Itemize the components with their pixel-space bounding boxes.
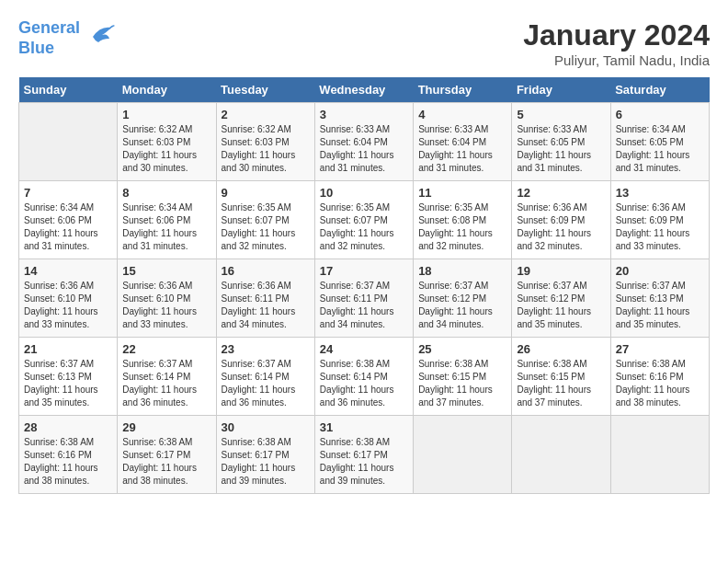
day-cell: 27Sunrise: 6:38 AM Sunset: 6:16 PM Dayli…: [610, 338, 709, 416]
day-number: 10: [320, 186, 408, 200]
day-cell: 11Sunrise: 6:35 AM Sunset: 6:08 PM Dayli…: [414, 181, 512, 259]
main-title: January 2024: [523, 18, 710, 52]
week-row-4: 21Sunrise: 6:37 AM Sunset: 6:13 PM Dayli…: [19, 338, 710, 416]
day-cell: 17Sunrise: 6:37 AM Sunset: 6:11 PM Dayli…: [314, 259, 413, 338]
header-cell-tuesday: Tuesday: [216, 77, 314, 103]
day-number: 3: [320, 108, 408, 121]
week-row-5: 28Sunrise: 6:38 AM Sunset: 6:16 PM Dayli…: [19, 416, 710, 494]
day-info: Sunrise: 6:36 AM Sunset: 6:10 PM Dayligh…: [24, 280, 112, 331]
day-cell: 31Sunrise: 6:38 AM Sunset: 6:17 PM Dayli…: [314, 416, 413, 494]
day-number: 27: [616, 342, 704, 356]
day-number: 19: [517, 264, 605, 278]
day-cell: 29Sunrise: 6:38 AM Sunset: 6:17 PM Dayli…: [118, 416, 216, 494]
day-info: Sunrise: 6:35 AM Sunset: 6:07 PM Dayligh…: [320, 201, 408, 253]
header-cell-thursday: Thursday: [414, 77, 512, 103]
day-info: Sunrise: 6:38 AM Sunset: 6:15 PM Dayligh…: [517, 358, 605, 409]
day-cell: 1Sunrise: 6:32 AM Sunset: 6:03 PM Daylig…: [118, 103, 216, 181]
day-info: Sunrise: 6:37 AM Sunset: 6:12 PM Dayligh…: [418, 280, 506, 331]
day-number: 28: [24, 420, 112, 434]
day-info: Sunrise: 6:37 AM Sunset: 6:13 PM Dayligh…: [616, 280, 704, 331]
day-info: Sunrise: 6:36 AM Sunset: 6:09 PM Dayligh…: [517, 201, 605, 253]
day-number: 31: [320, 420, 408, 434]
day-info: Sunrise: 6:36 AM Sunset: 6:09 PM Dayligh…: [616, 201, 704, 253]
header-cell-saturday: Saturday: [610, 77, 709, 103]
day-cell: 10Sunrise: 6:35 AM Sunset: 6:07 PM Dayli…: [314, 181, 413, 259]
logo-line2: Blue: [18, 39, 54, 57]
day-info: Sunrise: 6:38 AM Sunset: 6:16 PM Dayligh…: [24, 436, 112, 488]
day-number: 29: [122, 420, 210, 434]
day-cell: 25Sunrise: 6:38 AM Sunset: 6:15 PM Dayli…: [414, 338, 512, 416]
day-info: Sunrise: 6:34 AM Sunset: 6:05 PM Dayligh…: [616, 123, 704, 175]
day-cell: 19Sunrise: 6:37 AM Sunset: 6:12 PM Dayli…: [512, 259, 610, 338]
day-number: 9: [222, 186, 310, 200]
day-number: 5: [517, 108, 605, 121]
day-info: Sunrise: 6:33 AM Sunset: 6:05 PM Dayligh…: [517, 123, 605, 175]
day-info: Sunrise: 6:38 AM Sunset: 6:17 PM Dayligh…: [222, 436, 310, 488]
day-number: 11: [418, 186, 506, 200]
calendar-table: SundayMondayTuesdayWednesdayThursdayFrid…: [18, 77, 710, 494]
day-cell: 21Sunrise: 6:37 AM Sunset: 6:13 PM Dayli…: [19, 338, 118, 416]
day-info: Sunrise: 6:37 AM Sunset: 6:14 PM Dayligh…: [222, 358, 310, 409]
day-cell: 4Sunrise: 6:33 AM Sunset: 6:04 PM Daylig…: [414, 103, 512, 181]
day-cell: 15Sunrise: 6:36 AM Sunset: 6:10 PM Dayli…: [118, 259, 216, 338]
day-cell: 30Sunrise: 6:38 AM Sunset: 6:17 PM Dayli…: [216, 416, 314, 494]
day-number: 6: [616, 108, 704, 121]
day-info: Sunrise: 6:37 AM Sunset: 6:11 PM Dayligh…: [320, 280, 408, 331]
day-info: Sunrise: 6:35 AM Sunset: 6:07 PM Dayligh…: [222, 201, 310, 253]
header-cell-sunday: Sunday: [19, 77, 118, 103]
day-cell: 12Sunrise: 6:36 AM Sunset: 6:09 PM Dayli…: [512, 181, 610, 259]
day-number: 16: [222, 264, 310, 278]
day-number: 20: [616, 264, 704, 278]
day-number: 21: [24, 342, 112, 356]
day-info: Sunrise: 6:36 AM Sunset: 6:10 PM Dayligh…: [122, 280, 210, 331]
day-cell: 28Sunrise: 6:38 AM Sunset: 6:16 PM Dayli…: [19, 416, 118, 494]
subtitle: Puliyur, Tamil Nadu, India: [523, 52, 710, 68]
day-cell: 20Sunrise: 6:37 AM Sunset: 6:13 PM Dayli…: [610, 259, 709, 338]
day-number: 4: [418, 108, 506, 121]
logo-bird-icon: [84, 18, 117, 52]
day-cell: 9Sunrise: 6:35 AM Sunset: 6:07 PM Daylig…: [216, 181, 314, 259]
day-number: 22: [122, 342, 210, 356]
day-cell: 26Sunrise: 6:38 AM Sunset: 6:15 PM Dayli…: [512, 338, 610, 416]
week-row-2: 7Sunrise: 6:34 AM Sunset: 6:06 PM Daylig…: [19, 181, 710, 259]
day-cell: 5Sunrise: 6:33 AM Sunset: 6:05 PM Daylig…: [512, 103, 610, 181]
day-number: 25: [418, 342, 506, 356]
day-cell: 13Sunrise: 6:36 AM Sunset: 6:09 PM Dayli…: [610, 181, 709, 259]
day-number: 12: [517, 186, 605, 200]
day-cell: 16Sunrise: 6:36 AM Sunset: 6:11 PM Dayli…: [216, 259, 314, 338]
week-row-1: 1Sunrise: 6:32 AM Sunset: 6:03 PM Daylig…: [19, 103, 710, 181]
day-cell: [19, 103, 118, 181]
day-cell: 3Sunrise: 6:33 AM Sunset: 6:04 PM Daylig…: [314, 103, 413, 181]
header-row: SundayMondayTuesdayWednesdayThursdayFrid…: [19, 77, 710, 103]
day-number: 2: [222, 108, 310, 121]
day-info: Sunrise: 6:36 AM Sunset: 6:11 PM Dayligh…: [222, 280, 310, 331]
day-cell: 18Sunrise: 6:37 AM Sunset: 6:12 PM Dayli…: [414, 259, 512, 338]
day-info: Sunrise: 6:32 AM Sunset: 6:03 PM Dayligh…: [122, 123, 210, 175]
day-number: 7: [24, 186, 112, 200]
logo-line1: General: [18, 18, 80, 37]
header-cell-monday: Monday: [118, 77, 216, 103]
day-number: 18: [418, 264, 506, 278]
day-info: Sunrise: 6:38 AM Sunset: 6:16 PM Dayligh…: [616, 358, 704, 409]
day-info: Sunrise: 6:38 AM Sunset: 6:15 PM Dayligh…: [418, 358, 506, 409]
day-number: 30: [222, 420, 310, 434]
title-block: January 2024 Puliyur, Tamil Nadu, India: [523, 18, 710, 68]
day-cell: 8Sunrise: 6:34 AM Sunset: 6:06 PM Daylig…: [118, 181, 216, 259]
week-row-3: 14Sunrise: 6:36 AM Sunset: 6:10 PM Dayli…: [19, 259, 710, 338]
logo: General Blue: [18, 18, 117, 58]
day-number: 15: [122, 264, 210, 278]
day-cell: [610, 416, 709, 494]
day-info: Sunrise: 6:33 AM Sunset: 6:04 PM Dayligh…: [320, 123, 408, 175]
day-cell: [512, 416, 610, 494]
day-info: Sunrise: 6:38 AM Sunset: 6:14 PM Dayligh…: [320, 358, 408, 409]
day-cell: [414, 416, 512, 494]
day-number: 14: [24, 264, 112, 278]
day-number: 24: [320, 342, 408, 356]
header-cell-friday: Friday: [512, 77, 610, 103]
day-cell: 7Sunrise: 6:34 AM Sunset: 6:06 PM Daylig…: [19, 181, 118, 259]
day-info: Sunrise: 6:34 AM Sunset: 6:06 PM Dayligh…: [122, 201, 210, 253]
day-number: 26: [517, 342, 605, 356]
day-cell: 23Sunrise: 6:37 AM Sunset: 6:14 PM Dayli…: [216, 338, 314, 416]
day-info: Sunrise: 6:34 AM Sunset: 6:06 PM Dayligh…: [24, 201, 112, 253]
day-info: Sunrise: 6:35 AM Sunset: 6:08 PM Dayligh…: [418, 201, 506, 253]
